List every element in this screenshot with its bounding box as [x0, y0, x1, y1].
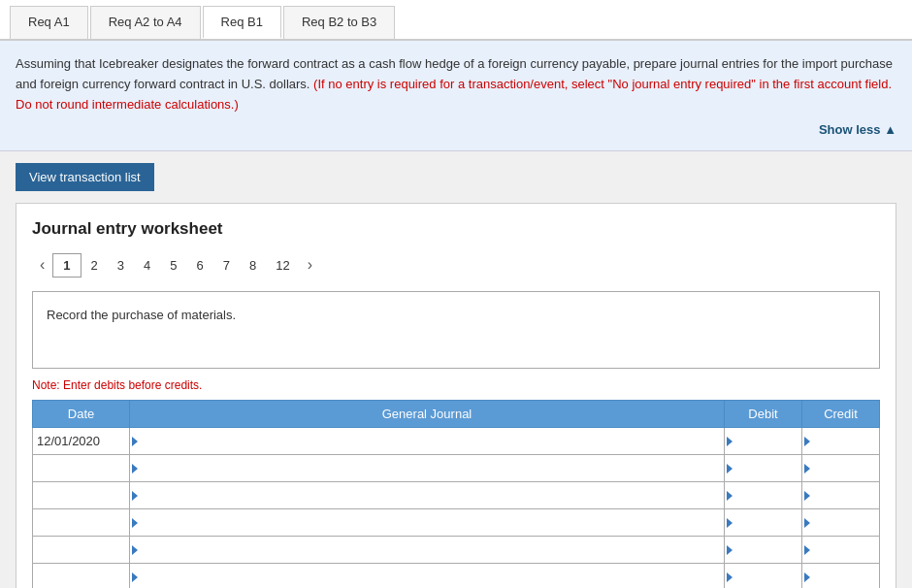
pagination: ‹ 1 2 3 4 5 6 7 8 12 ›: [32, 252, 880, 278]
tab-req-a1[interactable]: Req A1: [10, 6, 88, 39]
show-less-label: Show less ▲: [819, 122, 896, 137]
debit-input-5[interactable]: [725, 537, 801, 563]
debit-cell-2[interactable]: [725, 455, 802, 482]
col-header-debit: Debit: [725, 401, 802, 428]
journal-cell-6[interactable]: [130, 564, 725, 588]
credit-cell-6[interactable]: [802, 564, 880, 588]
page-7[interactable]: 7: [213, 254, 240, 277]
record-note-text: Record the purchase of materials.: [47, 308, 236, 322]
credit-cell-3[interactable]: [802, 482, 880, 509]
info-box: Assuming that Icebreaker designates the …: [0, 41, 912, 151]
table-row: [33, 455, 880, 482]
table-row: [33, 482, 880, 509]
credit-input-6[interactable]: [802, 564, 879, 588]
credit-cell-4[interactable]: [802, 509, 880, 537]
record-note: Record the purchase of materials.: [32, 291, 880, 369]
prev-page-arrow[interactable]: ‹: [32, 252, 52, 278]
journal-input-2[interactable]: [130, 455, 724, 481]
show-less-link[interactable]: Show less ▲: [16, 120, 896, 141]
date-cell-3: [33, 482, 130, 509]
credit-cell-1[interactable]: [802, 428, 880, 455]
journal-input-4[interactable]: [130, 509, 724, 536]
debit-cell-1[interactable]: [725, 428, 802, 455]
table-row: [33, 537, 880, 564]
journal-cell-5[interactable]: [130, 537, 725, 564]
view-transaction-button[interactable]: View transaction list: [16, 163, 154, 191]
journal-cell-4[interactable]: [130, 509, 725, 537]
date-cell-1: 12/01/2020: [33, 428, 130, 455]
table-row: 12/01/2020: [33, 428, 880, 455]
credit-input-3[interactable]: [802, 482, 879, 508]
page-4[interactable]: 4: [134, 254, 160, 277]
debit-cell-5[interactable]: [725, 537, 802, 564]
tab-req-b2-b3[interactable]: Req B2 to B3: [283, 6, 395, 39]
next-page-arrow[interactable]: ›: [300, 252, 320, 278]
journal-cell-2[interactable]: [130, 455, 725, 482]
table-row: [33, 564, 880, 588]
journal-input-3[interactable]: [130, 482, 724, 508]
page-3[interactable]: 3: [108, 254, 134, 277]
date-cell-2: [33, 455, 130, 482]
col-header-journal: General Journal: [130, 401, 725, 428]
debit-input-3[interactable]: [725, 482, 801, 508]
worksheet-title: Journal entry worksheet: [32, 219, 880, 239]
journal-input-5[interactable]: [130, 537, 724, 563]
worksheet-container: Journal entry worksheet ‹ 1 2 3 4 5 6 7 …: [16, 203, 896, 588]
credit-input-5[interactable]: [802, 537, 879, 563]
journal-input-1[interactable]: [130, 428, 724, 454]
debit-input-4[interactable]: [725, 509, 801, 536]
credit-cell-5[interactable]: [802, 537, 880, 564]
journal-table: Date General Journal Debit Credit 12/01/…: [32, 400, 880, 588]
page-5[interactable]: 5: [160, 254, 186, 277]
page-12[interactable]: 12: [266, 254, 299, 277]
credit-input-4[interactable]: [802, 509, 879, 536]
date-cell-5: [33, 537, 130, 564]
col-header-date: Date: [33, 401, 130, 428]
tab-req-a2-a4[interactable]: Req A2 to A4: [90, 6, 201, 39]
credit-input-2[interactable]: [802, 455, 879, 481]
debit-input-2[interactable]: [725, 455, 801, 481]
debit-input-6[interactable]: [725, 564, 801, 588]
credit-input-1[interactable]: [802, 428, 879, 454]
tab-req-b1[interactable]: Req B1: [203, 6, 281, 39]
table-row: [33, 509, 880, 537]
debit-cell-3[interactable]: [725, 482, 802, 509]
page-6[interactable]: 6: [187, 254, 213, 277]
col-header-credit: Credit: [802, 401, 880, 428]
page-2[interactable]: 2: [81, 254, 108, 277]
date-cell-4: [33, 509, 130, 537]
date-cell-6: [33, 564, 130, 588]
journal-input-6[interactable]: [130, 564, 724, 588]
page-8[interactable]: 8: [240, 254, 266, 277]
journal-cell-3[interactable]: [130, 482, 725, 509]
page-1[interactable]: 1: [52, 253, 81, 278]
debit-cell-4[interactable]: [725, 509, 802, 537]
journal-cell-1[interactable]: [130, 428, 725, 455]
debit-cell-6[interactable]: [725, 564, 802, 588]
debit-input-1[interactable]: [725, 428, 801, 454]
credit-cell-2[interactable]: [802, 455, 880, 482]
note-debits: Note: Enter debits before credits.: [32, 378, 880, 392]
tabs-bar: Req A1 Req A2 to A4 Req B1 Req B2 to B3: [0, 0, 912, 41]
